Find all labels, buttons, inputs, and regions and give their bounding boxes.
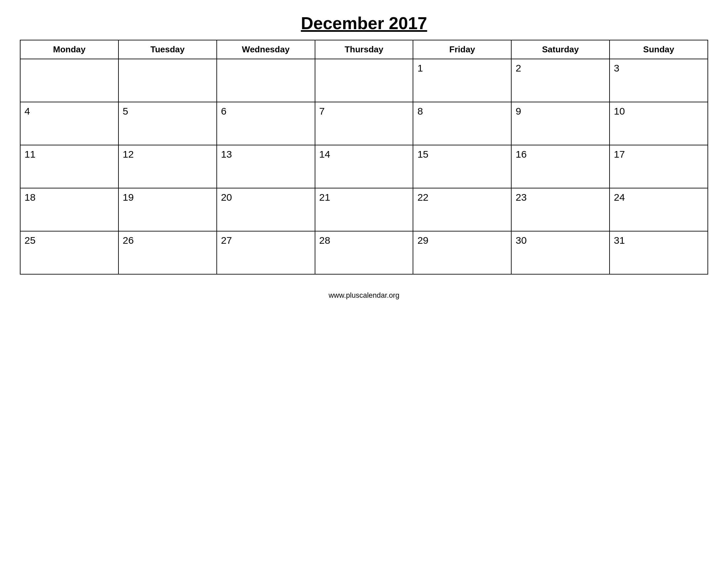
calendar-table: MondayTuesdayWednesdayThursdayFridaySatu… — [20, 40, 708, 274]
calendar-empty-cell — [217, 59, 315, 102]
calendar-day-16: 16 — [511, 145, 610, 188]
calendar-week-row: 123 — [20, 59, 708, 102]
calendar-day-30: 30 — [511, 231, 610, 274]
calendar-header-monday: Monday — [20, 40, 118, 59]
calendar-header-wednesday: Wednesday — [217, 40, 315, 59]
calendar-day-5: 5 — [118, 102, 217, 145]
calendar-day-4: 4 — [20, 102, 118, 145]
calendar-empty-cell — [118, 59, 217, 102]
calendar-day-15: 15 — [413, 145, 511, 188]
calendar-week-row: 25262728293031 — [20, 231, 708, 274]
calendar-header-saturday: Saturday — [511, 40, 610, 59]
calendar-header-thursday: Thursday — [315, 40, 413, 59]
calendar-day-11: 11 — [20, 145, 118, 188]
calendar-empty-cell — [20, 59, 118, 102]
calendar-day-6: 6 — [217, 102, 315, 145]
calendar-week-row: 11121314151617 — [20, 145, 708, 188]
calendar-day-9: 9 — [511, 102, 610, 145]
calendar-week-row: 18192021222324 — [20, 188, 708, 231]
calendar-day-19: 19 — [118, 188, 217, 231]
calendar-day-21: 21 — [315, 188, 413, 231]
calendar-day-26: 26 — [118, 231, 217, 274]
calendar-title: December 2017 — [301, 13, 427, 33]
calendar-header-tuesday: Tuesday — [118, 40, 217, 59]
calendar-day-14: 14 — [315, 145, 413, 188]
calendar-day-28: 28 — [315, 231, 413, 274]
calendar-empty-cell — [315, 59, 413, 102]
calendar-header-sunday: Sunday — [610, 40, 708, 59]
calendar-day-24: 24 — [610, 188, 708, 231]
calendar-day-12: 12 — [118, 145, 217, 188]
calendar-day-3: 3 — [610, 59, 708, 102]
calendar-day-22: 22 — [413, 188, 511, 231]
calendar-day-7: 7 — [315, 102, 413, 145]
calendar-day-8: 8 — [413, 102, 511, 145]
footer-website: www.pluscalendar.org — [329, 291, 399, 300]
calendar-day-27: 27 — [217, 231, 315, 274]
calendar-day-1: 1 — [413, 59, 511, 102]
calendar-day-29: 29 — [413, 231, 511, 274]
calendar-day-13: 13 — [217, 145, 315, 188]
calendar-day-25: 25 — [20, 231, 118, 274]
calendar-day-23: 23 — [511, 188, 610, 231]
calendar-day-2: 2 — [511, 59, 610, 102]
calendar-day-31: 31 — [610, 231, 708, 274]
calendar-header-friday: Friday — [413, 40, 511, 59]
calendar-day-10: 10 — [610, 102, 708, 145]
calendar-week-row: 45678910 — [20, 102, 708, 145]
calendar-day-17: 17 — [610, 145, 708, 188]
calendar-day-18: 18 — [20, 188, 118, 231]
calendar-day-20: 20 — [217, 188, 315, 231]
calendar-header-row: MondayTuesdayWednesdayThursdayFridaySatu… — [20, 40, 708, 59]
